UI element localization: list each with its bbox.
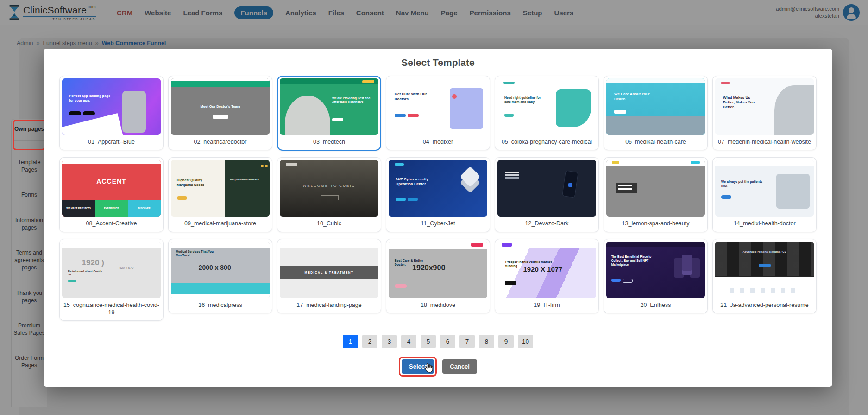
template-thumbnail: Prosper in this volatile market funding1…	[497, 242, 596, 298]
pagination-page-3[interactable]: 3	[382, 335, 397, 348]
modal-actions: Select Cancel	[59, 357, 817, 377]
pagination-page-10[interactable]: 10	[518, 335, 533, 348]
thumbnail-heading: The Best Beneficial Place to Collect , B…	[611, 255, 657, 267]
template-label: 07_medenin-medical-health-website	[715, 135, 814, 150]
template-thumbnail: MEDICAL & TREATMENT	[280, 242, 378, 298]
template-card-16_medicalpress[interactable]: Medical Services That You Can Trust2000 …	[168, 239, 272, 313]
thumbnail-heading: We Care About Your Health	[614, 92, 654, 102]
thumbnail-chip	[691, 161, 700, 164]
thumbnail-subheading: Purple Hawaiian Haze	[230, 178, 264, 181]
template-thumbnail: Best Care & Better Doctor.1920x900	[389, 242, 487, 298]
thumbnail-tile: DISCOVER	[128, 200, 161, 217]
thumbnail-decoration	[614, 110, 626, 114]
template-label: 18_medidove	[389, 298, 487, 313]
pagination-page-1[interactable]: 1	[343, 335, 358, 348]
thumbnail-placeholder-size: 1920x900	[412, 264, 445, 272]
thumbnail-decoration	[611, 279, 634, 282]
template-thumbnail: Highest Quality Marijuana SeedsPurple Ha…	[171, 160, 270, 217]
template-label: 03_medtech	[280, 135, 378, 150]
template-card-21_Ja-advanced-personal-resume[interactable]: Advanced Personal Resume / CV21_Ja-advan…	[712, 239, 817, 313]
template-card-01_Appcraft--Blue[interactable]: Perfect app landing page for your app.01…	[59, 76, 164, 150]
template-card-06_medikal-health-care[interactable]: We Care About Your Health06_medikal-heal…	[604, 76, 708, 150]
template-label: 21_Ja-advanced-personal-resume	[715, 298, 814, 313]
template-card-14_medixi-health-doctor[interactable]: We always put the patients first14_medix…	[712, 157, 817, 232]
template-thumbnail: What Makes Us Better, Makes You Better.	[715, 78, 814, 135]
template-card-17_medical-landing-page[interactable]: MEDICAL & TREATMENT17_medical-landing-pa…	[277, 239, 381, 313]
template-thumbnail: The Best Beneficial Place to Collect , B…	[606, 242, 705, 298]
thumbnail-placeholder-size: 1920 X 1077	[523, 265, 562, 273]
thumbnail-tile: EXPERIENCE	[95, 200, 128, 217]
thumbnail-decoration	[616, 183, 637, 193]
pagination-page-6[interactable]: 6	[440, 335, 455, 348]
template-label: 06_medikal-health-care	[606, 135, 705, 150]
template-thumbnail: Perfect app landing page for your app.	[62, 78, 161, 135]
template-thumbnail	[606, 160, 705, 217]
template-label: 13_lemon-spa-and-beauty	[606, 217, 705, 231]
template-label: 11_Cyber-Jet	[389, 217, 487, 231]
thumbnail-heading: ACCENT	[96, 177, 126, 185]
thumbnail-heading: Meet Our Doctor's Team	[201, 104, 240, 109]
thumbnail-decoration	[69, 111, 97, 115]
template-label: 19_IT-firm	[497, 298, 596, 313]
pagination-page-9[interactable]: 9	[498, 335, 514, 348]
template-label: 15_cognizance-medical-health-covid-19	[62, 298, 161, 321]
select-button[interactable]: Select	[402, 359, 434, 374]
template-label: 02_healthcaredoctor	[171, 135, 270, 150]
thumbnail-tile: WE MAKE PROJECTS	[62, 200, 95, 217]
thumbnail-decoration	[213, 115, 228, 119]
template-card-20_Enfhess[interactable]: The Best Beneficial Place to Collect , B…	[604, 239, 708, 313]
template-thumbnail: 24/7 Cybersecurity Operation Center	[389, 160, 487, 217]
template-label: 14_medixi-health-doctor	[715, 217, 814, 231]
template-card-18_medidove[interactable]: Best Care & Better Doctor.1920x90018_med…	[386, 239, 490, 313]
template-thumbnail: We Care About Your Health	[606, 78, 705, 135]
thumbnail-decoration	[395, 114, 422, 117]
thumbnail-tiles: WE MAKE PROJECTSEXPERIENCEDISCOVER	[62, 200, 161, 217]
template-label: 01_Appcraft--Blue	[62, 135, 161, 150]
thumbnail-subheading: 820 x 670	[120, 266, 134, 269]
template-thumbnail: We always put the patients first	[715, 160, 814, 217]
thumbnail-decoration	[332, 118, 343, 121]
thumbnail-chip	[471, 243, 483, 247]
template-card-04_medixer[interactable]: Get Cure With Our Doctors.04_medixer	[386, 76, 490, 150]
pagination-page-4[interactable]: 4	[401, 335, 416, 348]
template-card-10_Cubic[interactable]: WELCOME TO CUBIC10_Cubic	[277, 157, 381, 232]
thumbnail-decoration	[396, 198, 419, 201]
thumbnail-heading: Medical Services That You Can Trust	[176, 250, 217, 258]
template-card-03_medtech[interactable]: We are Providing Best and Affordable Hea…	[277, 76, 381, 151]
cancel-button[interactable]: Cancel	[442, 359, 477, 374]
thumbnail-chip	[502, 243, 512, 247]
pagination-page-7[interactable]: 7	[459, 335, 475, 348]
template-card-13_lemon-spa-and-beauty[interactable]: 13_lemon-spa-and-beauty	[604, 157, 708, 232]
template-card-02_healthcaredoctor[interactable]: Meet Our Doctor's Team02_healthcaredocto…	[168, 76, 272, 150]
thumbnail-heading: Advanced Personal Resume / CV	[729, 250, 800, 254]
template-label: 05_coloxa-pregnancy-care-medical	[497, 135, 596, 150]
template-card-05_coloxa-pregnancy-care-medical[interactable]: Need right guideline for safe mom and ba…	[495, 76, 599, 150]
template-thumbnail: Meet Our Doctor's Team	[171, 78, 270, 135]
thumbnail-heading: Need right guideline for safe mom and ba…	[504, 96, 542, 104]
template-card-08_Accent-Creative[interactable]: ACCENTWE MAKE PROJECTSEXPERIENCEDISCOVER…	[59, 157, 164, 232]
template-thumbnail: Advanced Personal Resume / CV	[715, 242, 814, 298]
template-card-09_medical-marijuana-store[interactable]: Highest Quality Marijuana SeedsPurple Ha…	[168, 157, 272, 232]
thumbnail-heading: WELCOME TO CUBIC	[303, 184, 356, 188]
thumbnail-heading: Get Cure With Our Doctors.	[395, 92, 436, 102]
thumbnail-heading: We always put the patients first	[721, 179, 767, 188]
template-label: 12_Devazo-Dark	[497, 217, 596, 231]
thumbnail-heading: 24/7 Cybersecurity Operation Center	[396, 177, 439, 187]
red-annotation-box-select: Select	[399, 357, 437, 377]
template-thumbnail: WELCOME TO CUBIC	[280, 160, 378, 217]
thumbnail-heading: What Makes Us Better, Makes You Better.	[723, 96, 762, 110]
thumbnail-heading: We are Providing Best and Affordable Hea…	[332, 96, 373, 104]
template-card-15_cognizance-medical-health-covid-19[interactable]: Be informed about Covid-191920 )820 x 67…	[59, 239, 164, 321]
template-card-19_IT-firm[interactable]: Prosper in this volatile market funding1…	[495, 239, 599, 313]
template-grid: Perfect app landing page for your app.01…	[59, 76, 817, 321]
template-card-07_medenin-medical-health-website[interactable]: What Makes Us Better, Makes You Better.0…	[712, 76, 817, 150]
pagination-page-8[interactable]: 8	[479, 335, 494, 348]
template-card-12_Devazo-Dark[interactable]: 12_Devazo-Dark	[495, 157, 599, 232]
pagination-page-2[interactable]: 2	[362, 335, 377, 348]
thumbnail-decoration	[504, 114, 514, 117]
template-card-11_Cyber-Jet[interactable]: 24/7 Cybersecurity Operation Center11_Cy…	[386, 157, 490, 232]
template-label: 08_Accent-Creative	[62, 217, 161, 231]
template-thumbnail	[497, 160, 596, 217]
thumbnail-chip	[68, 280, 76, 282]
pagination-page-5[interactable]: 5	[421, 335, 436, 348]
